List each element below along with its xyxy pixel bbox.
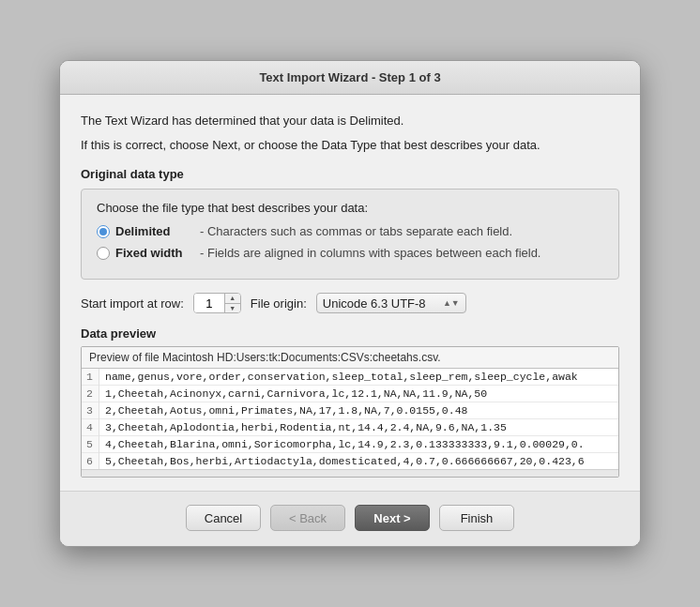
text-import-wizard-dialog: Text Import Wizard - Step 1 of 3 The Tex…: [59, 60, 641, 547]
spinbox-arrows: ▲ ▼: [224, 293, 240, 313]
file-origin-value: Unicode 6.3 UTF-8: [323, 296, 439, 311]
radio-delimited-desc: - Characters such as commas or tabs sepa…: [200, 224, 512, 238]
data-preview-label: Data preview: [81, 326, 619, 341]
preview-table: 1name,genus,vore,order,conservation,slee…: [82, 369, 618, 469]
description-block: The Text Wizard has determined that your…: [81, 112, 619, 154]
table-row: 54,Cheetah,Blarina,omni,Soricomorpha,lc,…: [82, 436, 618, 453]
dialog-content: The Text Wizard has determined that your…: [60, 95, 640, 491]
radio-delimited-label: Delimited: [115, 224, 200, 238]
data-type-prompt: Choose the file type that best describes…: [97, 201, 603, 215]
import-settings-row: Start import at row: ▲ ▼ File origin: Un…: [81, 293, 619, 313]
start-import-spinbox[interactable]: ▲ ▼: [193, 293, 241, 313]
radio-fixed-width[interactable]: [97, 247, 110, 260]
preview-file-header: Preview of file Macintosh HD:Users:tk:Do…: [82, 347, 618, 369]
file-origin-label: File origin:: [251, 296, 307, 311]
radio-fixed-width-label: Fixed width: [115, 246, 200, 260]
spinbox-up-arrow[interactable]: ▲: [225, 293, 240, 304]
finish-button[interactable]: Finish: [439, 505, 514, 531]
cancel-button[interactable]: Cancel: [186, 505, 261, 531]
table-row: 21,Cheetah,Acinonyx,carni,Carnivora,lc,1…: [82, 386, 618, 402]
horizontal-scrollbar[interactable]: [82, 469, 618, 477]
radio-fixed-width-desc: - Fields are aligned in columns with spa…: [200, 246, 540, 260]
table-row: 32,Cheetah,Aotus,omni,Primates,NA,17,1.8…: [82, 402, 618, 419]
table-row: 43,Cheetah,Aplodontia,herbi,Rodentia,nt,…: [82, 419, 618, 436]
row-data: 4,Cheetah,Blarina,omni,Soricomorpha,lc,1…: [99, 436, 618, 453]
data-type-box: Choose the file type that best describes…: [81, 189, 619, 280]
table-row: 1name,genus,vore,order,conservation,slee…: [82, 369, 618, 386]
start-import-label: Start import at row:: [81, 296, 184, 311]
data-preview-box: Preview of file Macintosh HD:Users:tk:Do…: [81, 346, 619, 478]
radio-row-delimited[interactable]: Delimited - Characters such as commas or…: [97, 224, 603, 238]
description-line2: If this is correct, choose Next, or choo…: [81, 136, 619, 155]
back-button[interactable]: < Back: [270, 505, 345, 531]
row-number: 3: [82, 402, 99, 419]
row-data: 3,Cheetah,Aplodontia,herbi,Rodentia,nt,1…: [99, 419, 618, 436]
spinbox-down-arrow[interactable]: ▼: [225, 304, 240, 314]
button-row: Cancel < Back Next > Finish: [60, 491, 640, 546]
description-line1: The Text Wizard has determined that your…: [81, 112, 619, 130]
row-data: 5,Cheetah,Bos,herbi,Artiodactyla,domesti…: [99, 453, 618, 470]
row-data: 1,Cheetah,Acinonyx,carni,Carnivora,lc,12…: [99, 386, 618, 402]
select-box-chevron-icon: ▲▼: [443, 298, 460, 308]
next-button[interactable]: Next >: [355, 505, 430, 531]
table-row: 65,Cheetah,Bos,herbi,Artiodactyla,domest…: [82, 453, 618, 470]
row-number: 4: [82, 419, 99, 436]
row-number: 5: [82, 436, 99, 453]
original-data-type-label: Original data type: [81, 167, 619, 181]
dialog-title: Text Import Wizard - Step 1 of 3: [259, 70, 440, 84]
row-data: name,genus,vore,order,conservation,sleep…: [99, 369, 618, 386]
start-import-input[interactable]: [194, 294, 224, 312]
dialog-title-bar: Text Import Wizard - Step 1 of 3: [60, 61, 640, 95]
row-data: 2,Cheetah,Aotus,omni,Primates,NA,17,1.8,…: [99, 402, 618, 419]
radio-delimited[interactable]: [97, 225, 110, 238]
row-number: 2: [82, 386, 99, 402]
row-number: 6: [82, 453, 99, 470]
file-origin-select[interactable]: Unicode 6.3 UTF-8 ▲▼: [316, 293, 466, 313]
preview-content-area[interactable]: 1name,genus,vore,order,conservation,slee…: [82, 369, 618, 469]
row-number: 1: [82, 369, 99, 386]
radio-row-fixed-width[interactable]: Fixed width - Fields are aligned in colu…: [97, 246, 603, 260]
